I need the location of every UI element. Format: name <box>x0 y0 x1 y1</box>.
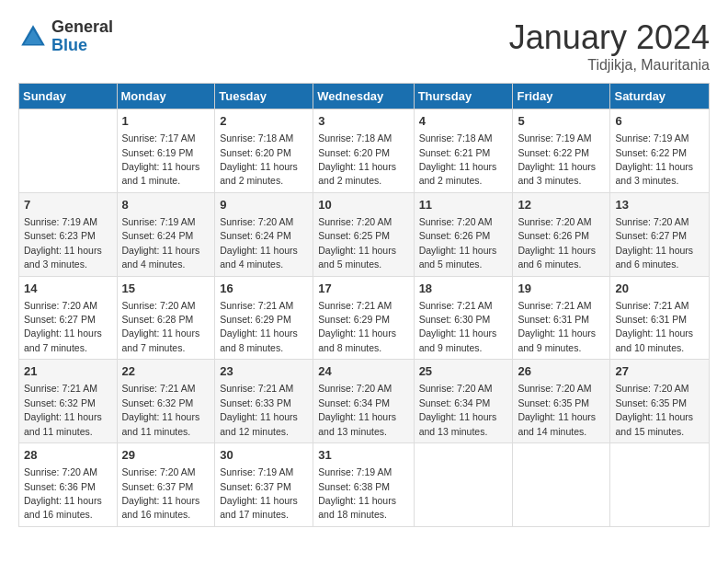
day-number: 27 <box>615 363 704 380</box>
day-number: 20 <box>615 281 704 297</box>
day-cell: 29Sunrise: 7:20 AMSunset: 6:37 PMDayligh… <box>117 443 215 527</box>
week-row-4: 21Sunrise: 7:21 AMSunset: 6:32 PMDayligh… <box>19 360 710 443</box>
day-cell: 18Sunrise: 7:21 AMSunset: 6:30 PMDayligh… <box>414 276 513 360</box>
day-info: Sunrise: 7:20 AMSunset: 6:36 PMDaylight:… <box>24 466 102 520</box>
day-number: 30 <box>220 447 308 464</box>
logo-text: General Blue <box>51 18 113 55</box>
day-cell: 17Sunrise: 7:21 AMSunset: 6:29 PMDayligh… <box>313 276 414 360</box>
day-number: 1 <box>122 113 210 130</box>
calendar-table: SundayMondayTuesdayWednesdayThursdayFrid… <box>18 83 710 527</box>
day-number: 18 <box>419 281 508 297</box>
day-number: 11 <box>419 197 508 213</box>
day-info: Sunrise: 7:20 AMSunset: 6:27 PMDaylight:… <box>24 300 102 353</box>
logo-general: General <box>51 18 113 37</box>
day-number: 13 <box>615 197 704 213</box>
day-cell <box>19 109 118 193</box>
day-cell <box>414 443 513 527</box>
day-cell: 8Sunrise: 7:19 AMSunset: 6:24 PMDaylight… <box>117 192 215 276</box>
day-cell <box>513 443 610 527</box>
day-number: 19 <box>518 281 605 297</box>
day-info: Sunrise: 7:20 AMSunset: 6:26 PMDaylight:… <box>419 216 497 270</box>
day-info: Sunrise: 7:20 AMSunset: 6:35 PMDaylight:… <box>518 383 596 436</box>
day-info: Sunrise: 7:18 AMSunset: 6:20 PMDaylight:… <box>220 132 298 186</box>
day-cell: 6Sunrise: 7:19 AMSunset: 6:22 PMDaylight… <box>610 109 710 193</box>
col-header-wednesday: Wednesday <box>313 84 414 109</box>
col-header-sunday: Sunday <box>19 84 118 109</box>
day-cell: 14Sunrise: 7:20 AMSunset: 6:27 PMDayligh… <box>19 276 118 360</box>
day-cell: 2Sunrise: 7:18 AMSunset: 6:20 PMDaylight… <box>215 109 313 193</box>
week-row-5: 28Sunrise: 7:20 AMSunset: 6:36 PMDayligh… <box>19 443 710 527</box>
day-info: Sunrise: 7:20 AMSunset: 6:25 PMDaylight:… <box>318 216 396 270</box>
day-cell: 22Sunrise: 7:21 AMSunset: 6:32 PMDayligh… <box>117 360 215 443</box>
col-header-thursday: Thursday <box>414 84 513 109</box>
day-number: 5 <box>518 113 605 130</box>
day-info: Sunrise: 7:20 AMSunset: 6:27 PMDaylight:… <box>615 216 693 270</box>
day-number: 28 <box>24 447 112 464</box>
day-info: Sunrise: 7:17 AMSunset: 6:19 PMDaylight:… <box>122 132 200 186</box>
day-cell: 10Sunrise: 7:20 AMSunset: 6:25 PMDayligh… <box>313 192 414 276</box>
day-number: 12 <box>518 197 605 213</box>
day-cell: 13Sunrise: 7:20 AMSunset: 6:27 PMDayligh… <box>610 192 710 276</box>
day-cell: 12Sunrise: 7:20 AMSunset: 6:26 PMDayligh… <box>513 192 610 276</box>
day-number: 15 <box>122 281 210 297</box>
day-info: Sunrise: 7:20 AMSunset: 6:35 PMDaylight:… <box>615 383 693 436</box>
day-info: Sunrise: 7:21 AMSunset: 6:29 PMDaylight:… <box>220 300 298 353</box>
day-number: 16 <box>220 281 308 297</box>
logo-icon <box>18 22 48 52</box>
day-cell: 15Sunrise: 7:20 AMSunset: 6:28 PMDayligh… <box>117 276 215 360</box>
day-cell: 20Sunrise: 7:21 AMSunset: 6:31 PMDayligh… <box>610 276 710 360</box>
day-number: 31 <box>318 447 408 464</box>
day-info: Sunrise: 7:20 AMSunset: 6:37 PMDaylight:… <box>122 466 200 520</box>
day-cell: 26Sunrise: 7:20 AMSunset: 6:35 PMDayligh… <box>513 360 610 443</box>
day-number: 3 <box>318 113 408 130</box>
day-cell: 9Sunrise: 7:20 AMSunset: 6:24 PMDaylight… <box>215 192 313 276</box>
day-info: Sunrise: 7:21 AMSunset: 6:29 PMDaylight:… <box>318 300 396 353</box>
day-info: Sunrise: 7:20 AMSunset: 6:24 PMDaylight:… <box>220 216 298 270</box>
day-info: Sunrise: 7:21 AMSunset: 6:32 PMDaylight:… <box>24 383 102 436</box>
title-block: January 2024 Tidjikja, Mauritania <box>509 18 710 74</box>
day-info: Sunrise: 7:21 AMSunset: 6:31 PMDaylight:… <box>615 300 693 353</box>
day-number: 7 <box>24 197 112 213</box>
col-header-monday: Monday <box>117 84 215 109</box>
day-info: Sunrise: 7:21 AMSunset: 6:30 PMDaylight:… <box>419 300 497 353</box>
day-number: 2 <box>220 113 308 130</box>
week-row-1: 1Sunrise: 7:17 AMSunset: 6:19 PMDaylight… <box>19 109 710 193</box>
day-info: Sunrise: 7:20 AMSunset: 6:28 PMDaylight:… <box>122 300 200 353</box>
day-number: 6 <box>615 113 704 130</box>
day-info: Sunrise: 7:21 AMSunset: 6:33 PMDaylight:… <box>220 383 298 436</box>
day-cell: 27Sunrise: 7:20 AMSunset: 6:35 PMDayligh… <box>610 360 710 443</box>
day-number: 14 <box>24 281 112 297</box>
day-cell: 24Sunrise: 7:20 AMSunset: 6:34 PMDayligh… <box>313 360 414 443</box>
day-cell: 7Sunrise: 7:19 AMSunset: 6:23 PMDaylight… <box>19 192 118 276</box>
day-info: Sunrise: 7:18 AMSunset: 6:21 PMDaylight:… <box>419 132 497 186</box>
day-info: Sunrise: 7:20 AMSunset: 6:26 PMDaylight:… <box>518 216 596 270</box>
day-number: 8 <box>122 197 210 213</box>
day-number: 25 <box>419 363 508 380</box>
col-header-saturday: Saturday <box>610 84 710 109</box>
day-cell: 5Sunrise: 7:19 AMSunset: 6:22 PMDaylight… <box>513 109 610 193</box>
day-cell: 11Sunrise: 7:20 AMSunset: 6:26 PMDayligh… <box>414 192 513 276</box>
day-number: 24 <box>318 363 408 380</box>
day-info: Sunrise: 7:19 AMSunset: 6:37 PMDaylight:… <box>220 466 298 520</box>
week-row-3: 14Sunrise: 7:20 AMSunset: 6:27 PMDayligh… <box>19 276 710 360</box>
day-cell: 3Sunrise: 7:18 AMSunset: 6:20 PMDaylight… <box>313 109 414 193</box>
day-info: Sunrise: 7:20 AMSunset: 6:34 PMDaylight:… <box>318 383 396 436</box>
month-year: January 2024 <box>509 18 710 57</box>
day-number: 21 <box>24 363 112 380</box>
day-info: Sunrise: 7:19 AMSunset: 6:22 PMDaylight:… <box>518 132 596 186</box>
day-number: 4 <box>419 113 508 130</box>
day-info: Sunrise: 7:18 AMSunset: 6:20 PMDaylight:… <box>318 132 396 186</box>
day-number: 23 <box>220 363 308 380</box>
day-cell: 31Sunrise: 7:19 AMSunset: 6:38 PMDayligh… <box>313 443 414 527</box>
day-info: Sunrise: 7:19 AMSunset: 6:23 PMDaylight:… <box>24 216 102 270</box>
day-info: Sunrise: 7:19 AMSunset: 6:22 PMDaylight:… <box>615 132 693 186</box>
day-number: 22 <box>122 363 210 380</box>
day-cell: 25Sunrise: 7:20 AMSunset: 6:34 PMDayligh… <box>414 360 513 443</box>
day-cell: 16Sunrise: 7:21 AMSunset: 6:29 PMDayligh… <box>215 276 313 360</box>
day-cell: 28Sunrise: 7:20 AMSunset: 6:36 PMDayligh… <box>19 443 118 527</box>
day-number: 26 <box>518 363 605 380</box>
day-cell <box>610 443 710 527</box>
location: Tidjikja, Mauritania <box>509 57 710 74</box>
day-number: 9 <box>220 197 308 213</box>
day-number: 29 <box>122 447 210 464</box>
